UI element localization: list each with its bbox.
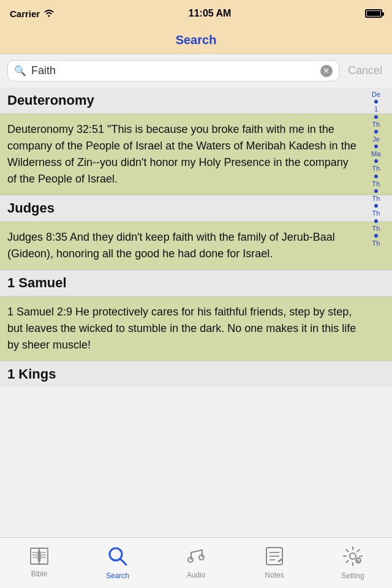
side-index-th4[interactable]: Th (372, 194, 380, 203)
nav-bar: Search (0, 27, 392, 54)
section-header-deuteronomy: Deuteronomy (0, 88, 392, 114)
tab-audio-label: Audio (187, 571, 206, 579)
result-item-1samuel[interactable]: 1 Samuel 2:9 He protectively cares for h… (0, 296, 392, 361)
search-bar-container: 🔍 ✕ Cancel (0, 54, 392, 88)
section-header-1kings: 1 Kings (0, 361, 392, 387)
side-index-ma[interactable]: Ma (371, 149, 380, 158)
result-item-deuteronomy[interactable]: Deuteronomy 32:51 "This is because you b… (0, 114, 392, 195)
side-index-dot-6 (374, 175, 378, 178)
tab-setting[interactable]: Setting (314, 546, 392, 580)
tab-notes[interactable]: Notes (235, 546, 314, 579)
side-index-th2[interactable]: Th (372, 164, 380, 173)
page-title: Search (176, 33, 217, 47)
side-index-dot-5 (374, 159, 378, 163)
status-bar: Carrier 11:05 AM (0, 0, 392, 27)
search-input-wrapper[interactable]: 🔍 ✕ (7, 60, 339, 81)
tab-search[interactable]: Search (78, 546, 157, 580)
search-icon: 🔍 (14, 65, 26, 77)
tab-search-label: Search (106, 571, 129, 580)
search-results-area: De 1 Th Je Ma Th Th Th Th Th Th Deuteron… (0, 88, 392, 540)
side-index: De 1 Th Je Ma Th Th Th Th Th Th (360, 88, 392, 250)
side-index-th3[interactable]: Th (372, 179, 380, 188)
side-index-dot-4 (374, 145, 378, 148)
status-left: Carrier (10, 9, 55, 19)
section-header-judges: Judges (0, 195, 392, 222)
svg-point-9 (350, 553, 356, 559)
side-index-je[interactable]: Je (372, 135, 380, 143)
tab-audio[interactable]: Audio (157, 546, 235, 579)
wifi-icon (43, 9, 55, 19)
notes-icon (265, 546, 284, 568)
status-time: 11:05 AM (189, 8, 232, 19)
side-index-dot-3 (374, 130, 378, 134)
side-index-dot-10 (374, 234, 378, 238)
side-index-dot-2 (374, 115, 378, 119)
side-index-dot-1 (374, 100, 378, 104)
battery-icon (365, 9, 382, 18)
bible-icon (29, 548, 50, 567)
side-index-th6[interactable]: Th (372, 224, 380, 233)
side-index-dot-8 (374, 204, 378, 208)
side-index-th1[interactable]: Th (372, 120, 380, 129)
tab-bar: Bible Search Audio (0, 537, 392, 588)
status-right (365, 9, 382, 18)
search-input[interactable] (31, 64, 315, 77)
search-tab-icon (107, 546, 128, 569)
side-index-1[interactable]: 1 (374, 105, 378, 113)
carrier-label: Carrier (10, 9, 40, 19)
result-item-judges[interactable]: Judges 8:35 And they didn't keep faith w… (0, 222, 392, 270)
setting-icon (342, 546, 363, 569)
cancel-button[interactable]: Cancel (345, 64, 385, 77)
tab-setting-label: Setting (341, 571, 364, 580)
side-index-dot-7 (374, 189, 378, 193)
tab-bible-label: Bible (31, 570, 48, 578)
tab-notes-label: Notes (265, 571, 284, 579)
svg-point-0 (48, 15, 50, 17)
side-index-de[interactable]: De (372, 90, 380, 99)
audio-icon (186, 546, 206, 568)
side-index-dot-9 (374, 219, 378, 223)
svg-line-2 (120, 559, 126, 565)
side-index-th7[interactable]: Th (372, 239, 380, 247)
side-index-th5[interactable]: Th (372, 209, 380, 217)
tab-bible[interactable]: Bible (0, 548, 78, 578)
section-header-1samuel: 1 Samuel (0, 270, 392, 296)
clear-button[interactable]: ✕ (320, 65, 333, 77)
